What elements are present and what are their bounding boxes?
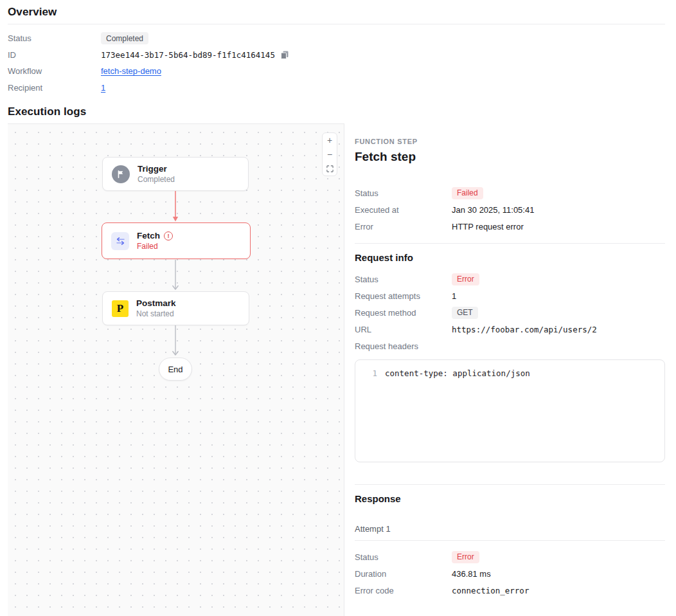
request-row-url: URL https://foobar.com/api/users/2 <box>355 321 665 338</box>
request-headers-code-editor[interactable]: 1 content-type: application/json <box>355 359 665 462</box>
attempt-label: Attempt 1 <box>355 524 665 534</box>
canvas-zoom-controls: + − <box>322 132 337 176</box>
request-attempts-label: Request attempts <box>355 291 452 301</box>
response-rows: Status Error Duration 436.81 ms Error co… <box>355 548 665 599</box>
request-url-value: https://foobar.com/api/users/2 <box>452 325 597 334</box>
request-attempts-value: 1 <box>452 291 456 301</box>
code-line-number: 1 <box>363 368 377 378</box>
step-status-badge: Failed <box>452 187 483 199</box>
request-row-method: Request method GET <box>355 304 665 321</box>
node-postmark[interactable]: P Postmark Not started <box>102 291 249 325</box>
zoom-out-button[interactable]: − <box>323 147 337 161</box>
error-value: HTTP request error <box>452 222 524 231</box>
node-trigger[interactable]: Trigger Completed <box>102 157 249 191</box>
workflow-canvas[interactable]: Trigger Completed <box>8 123 344 616</box>
request-url-label: URL <box>355 325 452 334</box>
response-title: Response <box>355 493 665 504</box>
response-row-duration: Duration 436.81 ms <box>355 565 665 582</box>
code-line: 1 content-type: application/json <box>363 368 657 378</box>
node-fetch-title: Fetch <box>137 231 160 240</box>
copy-icon <box>280 50 289 59</box>
swap-arrows-icon <box>111 232 129 250</box>
connector-postmark-end <box>171 325 180 356</box>
overview-title: Overview <box>8 0 665 24</box>
postmark-logo-icon: P <box>112 300 129 317</box>
connector-trigger-fetch <box>171 191 180 222</box>
request-row-attempts: Request attempts 1 <box>355 287 665 304</box>
fit-view-button[interactable] <box>323 161 337 176</box>
request-row-headers: Request headers <box>355 338 665 354</box>
transaction-id-value: 173ee144-3b17-5b64-bd89-f1f1c4164145 <box>101 50 275 60</box>
response-status-label: Status <box>355 552 452 562</box>
copy-id-button[interactable] <box>279 50 290 59</box>
overview-row-workflow: Workflow fetch-step-demo <box>8 63 665 80</box>
node-postmark-title: Postmark <box>136 298 176 308</box>
response-duration-label: Duration <box>355 569 452 579</box>
response-duration-value: 436.81 ms <box>452 569 491 579</box>
node-trigger-title: Trigger <box>138 164 175 174</box>
request-info-rows: Status Error Request attempts 1 Request … <box>355 271 665 354</box>
flag-icon <box>112 165 130 183</box>
node-end[interactable]: End <box>159 358 192 381</box>
status-badge: Completed <box>101 32 148 44</box>
overview-row-recipient: Recipient 1 <box>8 80 665 96</box>
node-fetch[interactable]: Fetch ! Failed <box>102 222 251 259</box>
overview-row-id: ID 173ee144-3b17-5b64-bd89-f1f1c4164145 <box>8 47 665 64</box>
response-error-code-value: connection_error <box>452 586 529 595</box>
summary-row-executed-at: Executed at Jan 30 2025, 11:05:41 <box>355 201 665 218</box>
response-error-code-label: Error code <box>355 586 452 595</box>
overview-row-status: Status Completed <box>8 30 665 47</box>
fit-view-icon <box>326 165 334 172</box>
response-row-status: Status Error <box>355 548 665 565</box>
attempt-divider <box>355 540 665 541</box>
step-detail-panel: FUNCTION STEP Fetch step Status Failed E… <box>344 123 665 616</box>
response-row-error-code: Error code connection_error <box>355 582 665 599</box>
summary-row-status: Status Failed <box>355 185 665 201</box>
node-trigger-status: Completed <box>138 175 175 184</box>
summary-error-label: Error <box>355 222 452 231</box>
node-end-label: End <box>168 365 182 374</box>
step-summary-rows: Status Failed Executed at Jan 30 2025, 1… <box>355 185 665 235</box>
node-postmark-status: Not started <box>136 309 176 318</box>
response-status-badge: Error <box>452 551 479 563</box>
execution-detail-page: Overview Status Completed ID 173ee144-3b… <box>0 0 676 616</box>
response-divider <box>355 484 665 485</box>
overview-status-label: Status <box>8 33 101 43</box>
summary-status-label: Status <box>355 188 452 198</box>
summary-row-error: Error HTTP request error <box>355 218 665 235</box>
overview-recipient-label: Recipient <box>8 83 101 93</box>
executed-at-value: Jan 30 2025, 11:05:41 <box>452 205 534 215</box>
request-method-badge: GET <box>452 307 478 319</box>
request-headers-label: Request headers <box>355 341 452 351</box>
workflow-link[interactable]: fetch-step-demo <box>101 66 161 76</box>
request-row-status: Status Error <box>355 271 665 287</box>
overview-kv-list: Status Completed ID 173ee144-3b17-5b64-b… <box>8 24 665 100</box>
step-type-kicker: FUNCTION STEP <box>355 138 665 145</box>
connector-fetch-postmark <box>171 260 180 291</box>
code-line-content: content-type: application/json <box>385 368 530 378</box>
request-method-label: Request method <box>355 308 452 318</box>
overview-id-label: ID <box>8 50 101 60</box>
error-alert-icon: ! <box>164 231 173 240</box>
summary-executed-label: Executed at <box>355 205 452 215</box>
request-info-divider <box>355 243 665 244</box>
execution-logs-body: Trigger Completed <box>8 123 665 616</box>
request-info-title: Request info <box>355 252 665 263</box>
execution-logs-title: Execution logs <box>8 100 665 123</box>
request-status-label: Status <box>355 275 452 284</box>
request-status-badge: Error <box>452 273 479 285</box>
overview-workflow-label: Workflow <box>8 66 101 76</box>
step-title: Fetch step <box>355 150 665 164</box>
recipient-link[interactable]: 1 <box>101 83 105 93</box>
zoom-in-button[interactable]: + <box>323 133 337 147</box>
node-fetch-status: Failed <box>137 242 173 251</box>
